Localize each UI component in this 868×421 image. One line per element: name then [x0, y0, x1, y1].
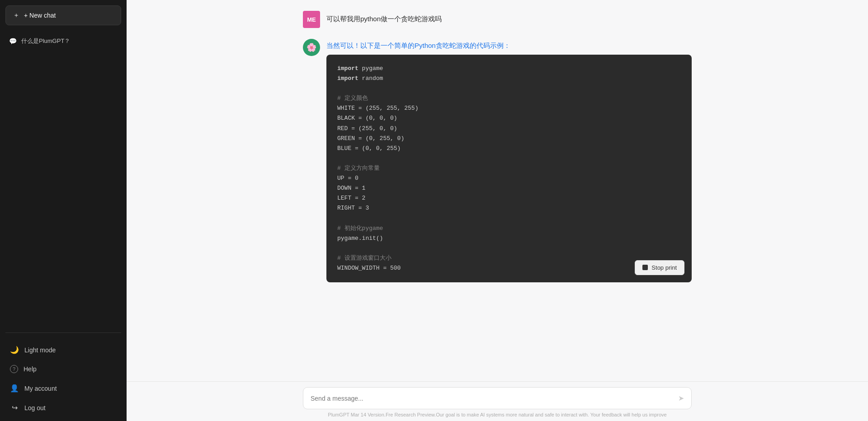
footer-text: PlumGPT Mar 14 Version.Fre Research Prev…	[303, 412, 692, 417]
log-out-label: Log out	[24, 404, 46, 412]
main-content: ME 可以帮我用python做一个贪吃蛇游戏吗 🌸 当然可以！以下是一个简单的P…	[127, 0, 868, 421]
sidebar: ＋ + New chat 💬 什么是PlumGPT？ 🗑 🌙 Light mod…	[0, 0, 127, 421]
sidebar-divider	[5, 332, 121, 333]
help-label: Help	[24, 365, 37, 373]
help-button[interactable]: ? Help	[4, 360, 123, 379]
chat-area: ME 可以帮我用python做一个贪吃蛇游戏吗 🌸 当然可以！以下是一个简单的P…	[127, 0, 868, 381]
new-chat-label: + New chat	[24, 12, 56, 19]
ai-avatar: 🌸	[303, 39, 320, 56]
chat-item-label: 什么是PlumGPT？	[21, 37, 70, 45]
user-message-content: 可以帮我用python做一个贪吃蛇游戏吗	[326, 11, 692, 24]
message-input-wrapper: ➤	[303, 387, 692, 409]
user-message-text: 可以帮我用python做一个贪吃蛇游戏吗	[326, 14, 692, 24]
account-icon: 👤	[10, 384, 19, 393]
ai-message-content: 当然可以！以下是一个简单的Python贪吃蛇游戏的代码示例： import py…	[326, 39, 692, 282]
send-icon[interactable]: ➤	[678, 394, 684, 402]
logout-icon: ↪	[10, 403, 19, 412]
help-icon: ?	[10, 365, 18, 373]
stop-print-button[interactable]: Stop print	[635, 260, 684, 275]
message-input[interactable]	[311, 395, 675, 402]
light-mode-button[interactable]: 🌙 Light mode	[4, 340, 123, 360]
user-avatar-text: ME	[307, 16, 316, 23]
moon-icon: 🌙	[10, 346, 19, 354]
code-block: import pygame import random # 定义颜色 WHITE…	[326, 55, 692, 282]
my-account-button[interactable]: 👤 My account	[4, 379, 123, 398]
ai-intro-text: 当然可以！以下是一个简单的Python贪吃蛇游戏的代码示例：	[326, 42, 692, 50]
code-block-wrapper: import pygame import random # 定义颜色 WHITE…	[326, 55, 692, 282]
new-chat-button[interactable]: ＋ + New chat	[5, 5, 121, 25]
sidebar-bottom: 🌙 Light mode ? Help 👤 My account ↪ Log o…	[0, 337, 127, 421]
user-avatar: ME	[303, 11, 320, 28]
user-message: ME 可以帮我用python做一个贪吃蛇游戏吗	[303, 11, 692, 28]
ai-avatar-icon: 🌸	[307, 42, 316, 52]
ai-message: 🌸 当然可以！以下是一个简单的Python贪吃蛇游戏的代码示例： import …	[303, 39, 692, 282]
chat-item-left: 💬 什么是PlumGPT？	[9, 37, 70, 45]
chat-list: 💬 什么是PlumGPT？ 🗑	[0, 31, 127, 329]
plus-icon: ＋	[13, 11, 19, 19]
log-out-button[interactable]: ↪ Log out	[4, 398, 123, 417]
input-area: ➤ PlumGPT Mar 14 Version.Fre Research Pr…	[127, 381, 868, 421]
list-item[interactable]: 💬 什么是PlumGPT？ 🗑	[4, 33, 123, 50]
my-account-label: My account	[24, 385, 57, 392]
stop-print-label: Stop print	[651, 264, 677, 271]
light-mode-label: Light mode	[24, 346, 56, 354]
chat-bubble-icon: 💬	[9, 37, 17, 45]
stop-icon	[642, 265, 648, 270]
